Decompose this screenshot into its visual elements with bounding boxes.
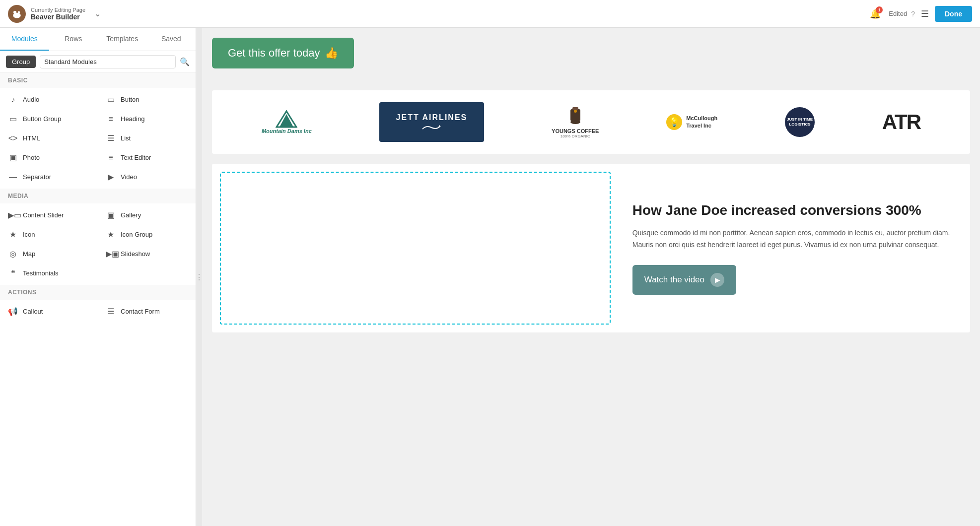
module-list-label: List: [121, 134, 131, 142]
conversion-body: Quisque commodo id mi non porttitor. Aen…: [632, 227, 956, 251]
testimonials-icon: ❝: [8, 268, 18, 278]
tab-modules[interactable]: Modules: [0, 28, 49, 51]
module-video[interactable]: ▶ Video: [98, 167, 196, 187]
watch-video-button[interactable]: Watch the video ▶: [632, 265, 736, 295]
done-button[interactable]: Done: [935, 6, 972, 22]
jett-sub: [396, 124, 468, 131]
module-slideshow[interactable]: ▶▣ Slideshow: [98, 244, 196, 263]
logo-jett-airlines: JETT AIRLINES: [379, 102, 485, 142]
mccullough-text: McCulloughTravel Inc: [686, 115, 717, 130]
atr-text: ATR: [882, 110, 920, 134]
offer-button-label: Get this offer today: [228, 47, 320, 60]
module-callout[interactable]: 📢 Callout: [0, 302, 98, 321]
thumbs-up-icon: 👍: [325, 47, 338, 60]
header: Currently Editing Page Beaver Builder ⌄ …: [0, 0, 980, 28]
video-placeholder[interactable]: [220, 172, 611, 325]
jett-name: JETT AIRLINES: [396, 113, 468, 122]
module-type-select[interactable]: Standard Modules: [40, 55, 176, 68]
offer-button[interactable]: Get this offer today 👍: [212, 38, 354, 68]
module-testimonials[interactable]: ❝ Testimonials: [0, 263, 98, 283]
sidebar-tabs: Modules Rows Templates Saved: [0, 28, 196, 51]
heading-icon: ≡: [106, 115, 116, 124]
text-column: How Jane Doe increased conversions 300% …: [619, 164, 970, 332]
module-heading[interactable]: ≡ Heading: [98, 109, 196, 129]
module-contact-form[interactable]: ☰ Contact Form: [98, 302, 196, 321]
actions-modules-grid: 📢 Callout ☰ Contact Form: [0, 300, 196, 323]
logo-mountain-dams: Mountain Dams Inc: [262, 110, 312, 134]
chevron-down-icon[interactable]: ⌄: [94, 9, 101, 18]
map-icon: ◎: [8, 249, 18, 259]
module-content-slider-label: Content Slider: [23, 211, 64, 219]
search-icon-button[interactable]: 🔍: [180, 57, 190, 66]
help-icon[interactable]: ?: [911, 10, 915, 18]
conversion-heading: How Jane Doe increased conversions 300%: [632, 201, 956, 219]
svg-rect-10: [571, 120, 579, 123]
svg-point-2: [13, 10, 16, 13]
watch-button-label: Watch the video: [644, 275, 704, 285]
edited-label: Edited: [889, 10, 907, 17]
svg-point-3: [18, 11, 20, 13]
hamburger-icon[interactable]: ☰: [921, 8, 929, 19]
module-button[interactable]: ▭ Button: [98, 90, 196, 109]
module-gallery[interactable]: ▣ Gallery: [98, 205, 196, 225]
button-icon: ▭: [106, 95, 116, 104]
module-slideshow-label: Slideshow: [121, 250, 150, 258]
header-text: Currently Editing Page Beaver Builder: [31, 7, 85, 21]
button-group-icon: ▭: [8, 114, 18, 124]
tab-templates[interactable]: Templates: [98, 28, 147, 51]
mountain-dams-label: Mountain Dams Inc: [262, 128, 312, 134]
module-map[interactable]: ◎ Map: [0, 244, 98, 263]
app-name-label: Beaver Builder: [31, 13, 85, 21]
module-html[interactable]: <> HTML: [0, 129, 98, 148]
module-video-label: Video: [121, 173, 137, 181]
tab-saved[interactable]: Saved: [147, 28, 196, 51]
section-media-header: Media: [0, 189, 196, 203]
module-icon-label: Icon: [23, 231, 35, 238]
logo-atr: ATR: [882, 110, 920, 134]
arrow-circle-icon: ▶: [710, 273, 724, 287]
module-button-group[interactable]: ▭ Button Group: [0, 109, 98, 129]
module-audio[interactable]: ♪ Audio: [0, 90, 98, 109]
module-button-label: Button: [121, 96, 140, 103]
sidebar-resize-handle[interactable]: [196, 28, 202, 526]
module-list[interactable]: ☰ List: [98, 129, 196, 148]
list-icon: ☰: [106, 133, 116, 143]
slideshow-icon: ▶▣: [106, 249, 116, 259]
module-audio-label: Audio: [23, 96, 39, 103]
svg-point-11: [574, 110, 577, 113]
tab-rows[interactable]: Rows: [49, 28, 98, 51]
currently-editing-label: Currently Editing Page: [31, 7, 85, 13]
app-logo: [8, 5, 26, 23]
logo-area: Currently Editing Page Beaver Builder ⌄: [8, 5, 101, 23]
section-actions-header: Actions: [0, 285, 196, 300]
module-button-group-label: Button Group: [23, 115, 61, 123]
module-gallery-label: Gallery: [121, 211, 141, 219]
jit-text: JUST IN TIMELOGISTICS: [785, 115, 815, 130]
gallery-icon: ▣: [106, 210, 116, 220]
module-content-slider[interactable]: ▶▭ Content Slider: [0, 205, 98, 225]
module-separator-label: Separator: [23, 173, 51, 181]
html-icon: <>: [8, 134, 18, 143]
body: Modules Rows Templates Saved Group Stand…: [0, 28, 980, 526]
photo-icon: ▣: [8, 153, 18, 162]
module-heading-label: Heading: [121, 115, 144, 123]
sidebar: Modules Rows Templates Saved Group Stand…: [0, 28, 196, 526]
logo-just-in-time: JUST IN TIMELOGISTICS: [785, 107, 815, 137]
module-icon[interactable]: ★ Icon: [0, 225, 98, 244]
notifications-bell[interactable]: 🔔 1: [870, 8, 881, 19]
group-button[interactable]: Group: [6, 56, 36, 68]
module-separator[interactable]: — Separator: [0, 167, 98, 187]
module-photo-label: Photo: [23, 154, 40, 161]
video-icon: ▶: [106, 172, 116, 182]
svg-marker-5: [280, 114, 293, 127]
module-text-editor[interactable]: ≡ Text Editor: [98, 148, 196, 167]
module-testimonials-label: Testimonials: [23, 269, 59, 277]
module-contact-form-label: Contact Form: [121, 308, 160, 315]
callout-icon: 📢: [8, 307, 18, 316]
contact-form-icon: ☰: [106, 307, 116, 316]
module-photo[interactable]: ▣ Photo: [0, 148, 98, 167]
section-basic-header: Basic: [0, 73, 196, 88]
icon-group-icon: ★: [106, 230, 116, 239]
module-icon-group[interactable]: ★ Icon Group: [98, 225, 196, 244]
module-callout-label: Callout: [23, 308, 43, 315]
